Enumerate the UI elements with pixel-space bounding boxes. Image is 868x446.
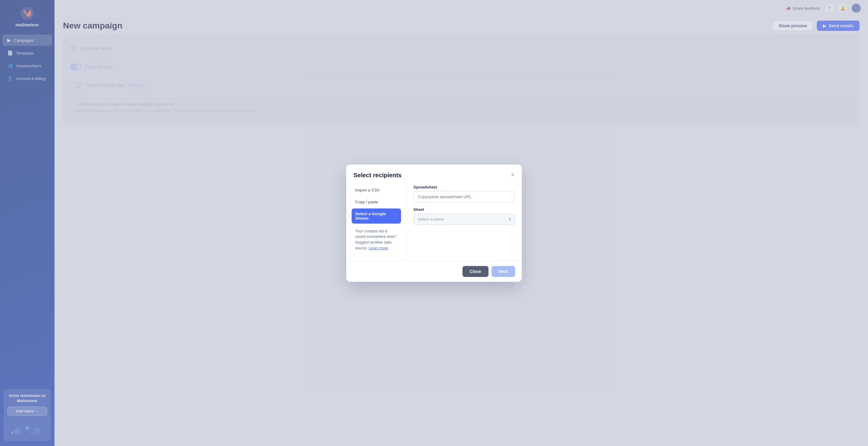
sheet-select[interactable]: Select a sheet (413, 214, 515, 225)
modal-footer: Close Next (346, 261, 522, 282)
sheet-field-group: Sheet Select a sheet (413, 207, 515, 225)
modal-close-button[interactable]: × (511, 172, 515, 178)
menu-item-import-csv[interactable]: Import a CSV (352, 185, 401, 196)
menu-item-google-sheets[interactable]: Select a Google Sheets (352, 208, 401, 224)
select-recipients-modal: Select recipients × Import a CSV Copy / … (346, 165, 522, 282)
learn-more-link[interactable]: Learn more (369, 246, 388, 250)
menu-item-copy-paste[interactable]: Copy / paste (352, 197, 401, 207)
spreadsheet-field-group: Spreadsheet (413, 185, 515, 202)
modal-header: Select recipients × (346, 165, 522, 179)
modal-title: Select recipients (353, 172, 402, 179)
sheet-select-wrapper: Select a sheet (413, 214, 515, 225)
modal-body: Import a CSV Copy / paste Select a Googl… (346, 179, 522, 261)
spreadsheet-label: Spreadsheet (413, 185, 515, 189)
sheet-label: Sheet (413, 207, 515, 212)
modal-hint: Your contacts list is saved somewhere el… (352, 225, 401, 255)
next-button[interactable]: Next (492, 266, 515, 277)
close-modal-button[interactable]: Close (462, 266, 489, 277)
modal-backdrop[interactable]: Select recipients × Import a CSV Copy / … (0, 0, 868, 446)
modal-left-panel: Import a CSV Copy / paste Select a Googl… (346, 179, 407, 261)
modal-right-panel: Spreadsheet Sheet Select a sheet (407, 179, 522, 261)
spreadsheet-input[interactable] (413, 191, 515, 202)
